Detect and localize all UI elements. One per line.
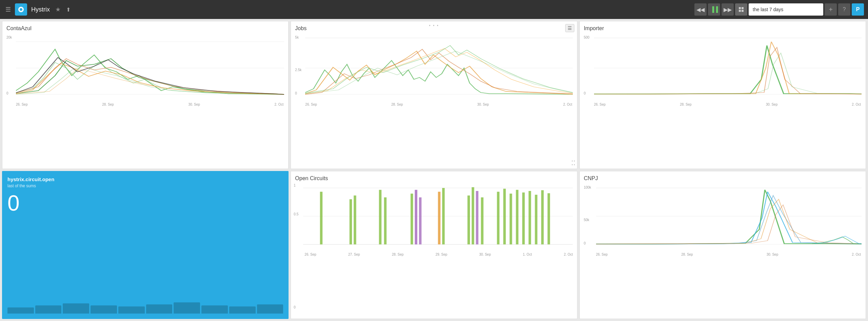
svg-rect-21 <box>379 190 381 244</box>
circuit-metric-subtitle: last of the sums <box>7 184 283 188</box>
svg-rect-40 <box>548 193 550 244</box>
svg-rect-36 <box>522 192 525 244</box>
grid-button[interactable] <box>735 3 747 16</box>
svg-rect-18 <box>320 192 322 244</box>
contaazul-title: ContaAzul <box>6 25 284 31</box>
svg-rect-31 <box>481 197 484 244</box>
svg-rect-38 <box>535 195 537 244</box>
svg-rect-34 <box>510 194 512 244</box>
menu-icon[interactable]: ☰ <box>4 4 12 15</box>
jobs-x-axis: 26. Sep 28. Sep 30. Sep 2. Oct <box>295 103 573 106</box>
svg-rect-24 <box>415 190 417 244</box>
cnpj-y-mid: 50k <box>584 218 589 222</box>
cnpj-chart: 100k 50k 0 <box>584 184 862 252</box>
importer-panel: Importer 500 0 26. Sep 28. Sep 30. Sep 2… <box>579 21 866 169</box>
svg-rect-3 <box>742 7 744 9</box>
bar-4 <box>91 305 117 314</box>
jobs-y-mid: 2.5k <box>295 68 301 72</box>
contaazul-panel: ContaAzul 20k 0 26 <box>2 21 289 169</box>
app-title: Hystrix <box>31 6 50 13</box>
svg-rect-30 <box>476 191 478 244</box>
panel-drag-dots: • • • <box>429 23 439 28</box>
circuit-metric-title: hystrix.circuit.open <box>7 176 283 182</box>
svg-rect-32 <box>497 192 499 244</box>
bar-10 <box>257 304 283 314</box>
pause-button[interactable]: ▐▐ <box>708 3 720 16</box>
svg-rect-26 <box>438 192 440 244</box>
jobs-chart: 5k 2.5k 0 <box>295 34 573 102</box>
circuit-mini-bars <box>7 293 283 314</box>
contaazul-x-axis: 26. Sep 28. Sep 30. Sep 2. Oct <box>6 103 284 106</box>
cnpj-panel: CNPJ 100k 50k 0 26. Sep 28. Sep <box>579 171 866 319</box>
contaazul-chart: 20k 0 <box>6 34 284 102</box>
jobs-panel: • • • ☰ Jobs 5k 2.5k 0 26. Sep 28. Sep <box>291 21 577 169</box>
rewind-button[interactable]: ◀◀ <box>694 3 707 16</box>
circuit-metric-value: 0 <box>7 192 283 214</box>
open-circuits-chart <box>295 184 573 252</box>
header: ☰ Hystrix ★ ⬆ ◀◀ ▐▐ ▶▶ + ? P <box>0 0 868 19</box>
oc-y-max: 1 <box>294 184 296 187</box>
contaazul-y-min: 0 <box>6 91 8 95</box>
oc-y-min: 0 <box>294 305 296 309</box>
svg-point-1 <box>20 8 22 11</box>
svg-rect-33 <box>504 189 506 244</box>
svg-rect-19 <box>350 199 352 244</box>
open-circuits-title: Open Circuits <box>295 175 573 181</box>
open-circuits-x-axis: 26. Sep 27. Sep 28. Sep 29. Sep 30. Sep … <box>295 253 573 256</box>
bar-2 <box>35 305 62 314</box>
bar-1 <box>7 307 34 314</box>
svg-rect-29 <box>472 187 474 244</box>
bar-6 <box>146 304 173 314</box>
contaazul-y-max: 20k <box>6 36 12 39</box>
time-range-input[interactable] <box>749 3 823 16</box>
svg-rect-28 <box>468 195 470 244</box>
jobs-y-min: 0 <box>295 91 297 95</box>
svg-rect-39 <box>541 190 544 244</box>
bar-9 <box>229 306 256 314</box>
open-circuits-panel: Open Circuits <box>291 171 577 319</box>
oc-y-mid: 0.5 <box>294 212 298 216</box>
importer-y-min: 0 <box>584 91 586 95</box>
cnpj-y-min: 0 <box>584 241 586 245</box>
star-icon[interactable]: ★ <box>55 6 61 13</box>
cnpj-title: CNPJ <box>584 175 862 181</box>
bar-3 <box>63 303 89 314</box>
forward-button[interactable]: ▶▶ <box>722 3 734 16</box>
bar-5 <box>118 306 145 314</box>
dashboard-grid: ContaAzul 20k 0 26 <box>0 19 868 321</box>
add-button[interactable]: + <box>825 3 837 16</box>
circuit-metric-panel: hystrix.circuit.open last of the sums 0 <box>2 171 289 319</box>
importer-x-axis: 26. Sep 28. Sep 30. Sep 2. Oct <box>584 103 862 106</box>
cnpj-x-axis: 26. Sep 28. Sep 30. Sep 2. Oct <box>584 253 862 256</box>
svg-rect-23 <box>411 194 413 244</box>
help-button[interactable]: ? <box>838 3 850 16</box>
svg-rect-27 <box>442 188 445 244</box>
svg-rect-2 <box>739 7 741 9</box>
svg-rect-20 <box>354 195 356 244</box>
user-button[interactable]: P <box>852 3 864 16</box>
bar-7 <box>174 302 200 314</box>
svg-rect-4 <box>739 10 741 12</box>
bar-8 <box>201 305 228 314</box>
playback-controls: ◀◀ ▐▐ ▶▶ + ? P <box>694 3 864 16</box>
importer-y-max: 500 <box>584 36 590 39</box>
svg-rect-37 <box>529 191 531 244</box>
svg-rect-35 <box>516 190 518 244</box>
jobs-menu-button[interactable]: ☰ <box>565 24 574 32</box>
svg-rect-5 <box>742 10 744 12</box>
importer-chart: 500 0 <box>584 34 862 102</box>
svg-rect-22 <box>384 197 387 244</box>
importer-title: Importer <box>584 25 862 31</box>
svg-rect-25 <box>419 197 421 244</box>
panel-resize-dots: • •• • <box>572 159 575 167</box>
cnpj-y-max: 100k <box>584 186 591 189</box>
jobs-y-max: 5k <box>295 36 299 39</box>
share-icon[interactable]: ⬆ <box>66 6 71 13</box>
app-logo <box>15 3 27 16</box>
